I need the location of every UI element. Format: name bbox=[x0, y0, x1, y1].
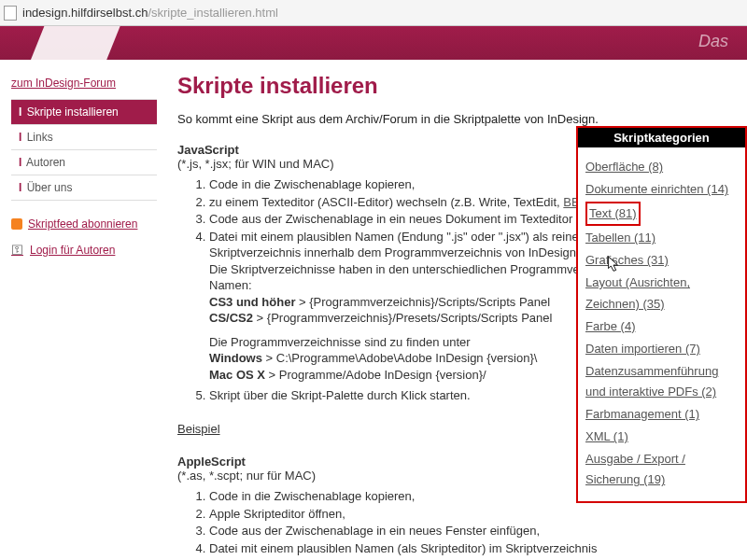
cat-daten-import[interactable]: Daten importieren (7) bbox=[585, 342, 700, 356]
nav-marker: I bbox=[19, 105, 21, 119]
nav-marker: I bbox=[19, 131, 21, 144]
header-tagline: Das bbox=[698, 32, 728, 51]
feed-label: Skriptfeed abonnieren bbox=[28, 217, 137, 231]
nav-autoren[interactable]: I Autoren bbox=[11, 149, 157, 175]
category-title: Skriptkategorien bbox=[578, 128, 745, 147]
cat-text[interactable]: Text (81) bbox=[589, 206, 637, 220]
site-header: Das bbox=[0, 26, 747, 60]
key-icon: ⚿ bbox=[11, 244, 24, 257]
forum-link[interactable]: zum InDesign-Forum bbox=[11, 77, 157, 90]
cat-ausgabe[interactable]: Ausgabe / Export / Sicherung (19) bbox=[585, 452, 685, 486]
nav-ueber-uns[interactable]: I Über uns bbox=[11, 175, 157, 201]
cat-oberflaeche[interactable]: Oberfläche (8) bbox=[585, 160, 663, 174]
nav-label: Links bbox=[27, 131, 53, 144]
nav-links[interactable]: I Links bbox=[11, 124, 157, 149]
category-list: Oberfläche (8) Dokumente einrichten (14)… bbox=[578, 147, 745, 501]
url-input[interactable]: indesign.hilfdirselbst.ch/skripte_instal… bbox=[22, 6, 743, 20]
beispiel-link[interactable]: Beispiel bbox=[177, 422, 220, 436]
intro-text: So kommt eine Skript aus dem Archiv/Foru… bbox=[177, 112, 732, 126]
browser-address-bar: indesign.hilfdirselbst.ch/skripte_instal… bbox=[0, 0, 747, 26]
cat-xml[interactable]: XML (1) bbox=[585, 429, 628, 443]
cat-tabellen[interactable]: Tabellen (11) bbox=[585, 231, 655, 245]
url-path: /skripte_installieren.html bbox=[148, 6, 277, 20]
nav-label: Skripte installieren bbox=[27, 105, 119, 119]
page-title: Skripte installieren bbox=[177, 73, 732, 99]
nav-label: Über uns bbox=[27, 181, 73, 194]
nav-skripte-installieren[interactable]: I Skripte installieren bbox=[11, 99, 157, 124]
url-host: indesign.hilfdirselbst.ch bbox=[22, 6, 148, 20]
cat-farbmanagement[interactable]: Farbmanagement (1) bbox=[585, 407, 699, 421]
cat-datenzusammen[interactable]: Datenzusammenführung und interaktive PDF… bbox=[585, 364, 718, 399]
login-link[interactable]: ⚿Login für Autoren bbox=[11, 244, 157, 257]
cat-farbe[interactable]: Farbe (4) bbox=[585, 319, 635, 333]
login-label: Login für Autoren bbox=[30, 244, 115, 257]
nav-label: Autoren bbox=[26, 156, 65, 169]
category-box: Skriptkategorien Oberfläche (8) Dokument… bbox=[576, 126, 747, 503]
list-item: Apple Skripteditor öffnen, bbox=[209, 506, 732, 523]
cat-grafisches[interactable]: Grafisches (31) bbox=[585, 253, 669, 267]
feed-link[interactable]: Skriptfeed abonnieren bbox=[11, 217, 157, 231]
nav-marker: I bbox=[19, 181, 21, 194]
logo-swoosh bbox=[23, 26, 127, 60]
nav-marker: I bbox=[19, 156, 21, 169]
list-item: Datei mit einem plausiblen Namen (als Sk… bbox=[209, 540, 732, 557]
page-icon bbox=[4, 6, 17, 21]
list-item: Code aus der Zwischenablage in ein neues… bbox=[209, 523, 732, 539]
cat-dokumente[interactable]: Dokumente einrichten (14) bbox=[585, 182, 728, 196]
cat-layout[interactable]: Layout (Ausrichten, Zeichnen) (35) bbox=[585, 275, 690, 310]
sidebar: zum InDesign-Forum I Skripte installiere… bbox=[0, 67, 157, 560]
rss-icon bbox=[11, 218, 22, 230]
